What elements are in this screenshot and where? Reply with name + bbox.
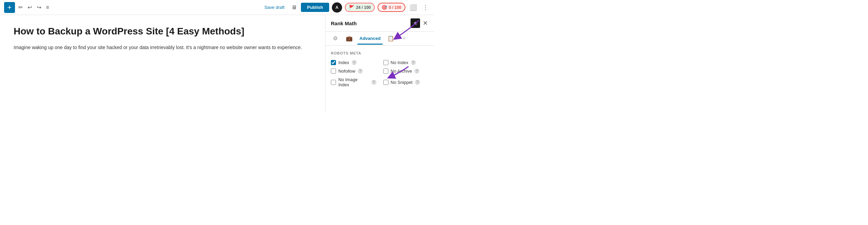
help-icon-index[interactable]: ? bbox=[352, 60, 357, 65]
edit-mode-button[interactable]: ✏ bbox=[17, 3, 24, 12]
post-title: How to Backup a WordPress Site [4 Easy M… bbox=[14, 25, 311, 38]
sidebar-content: ROBOTS META Index ? No Index ? bbox=[325, 46, 434, 112]
help-icon-no-archive[interactable]: ? bbox=[414, 69, 419, 74]
help-icon-no-snippet[interactable]: ? bbox=[415, 80, 420, 85]
checkbox-nofollow[interactable] bbox=[331, 69, 336, 74]
ai-score-badge[interactable]: 🎯 0 / 100 bbox=[377, 3, 405, 12]
seo-score-value: 24 / 100 bbox=[356, 5, 371, 10]
checkbox-no-snippet[interactable] bbox=[383, 80, 388, 85]
star-button[interactable]: ★ bbox=[411, 18, 420, 28]
label-nofollow[interactable]: Nofollow bbox=[338, 69, 355, 74]
checkbox-no-archive[interactable] bbox=[383, 69, 388, 74]
redo-button[interactable]: ↪ bbox=[35, 3, 43, 12]
tab-social[interactable]: ⑂ bbox=[399, 32, 409, 45]
publish-button[interactable]: Publish bbox=[301, 3, 329, 12]
main-layout: How to Backup a WordPress Site [4 Easy M… bbox=[0, 15, 434, 112]
list-view-button[interactable]: ≡ bbox=[45, 3, 50, 12]
sidebar-title: Rank Math bbox=[331, 20, 357, 26]
rank-math-sidebar: Rank Math ★ ✕ ⚙ 💼 Advanced 📋 ⑂ ROBOTS ME… bbox=[325, 15, 434, 112]
toolbar: + ✏ ↩ ↪ ≡ Save draft 🖥 Publish A 🚩 24 / … bbox=[0, 0, 434, 15]
robot-option-nofollow: Nofollow ? bbox=[331, 69, 376, 74]
more-options-button[interactable]: ⋮ bbox=[421, 2, 430, 13]
close-sidebar-button[interactable]: ✕ bbox=[422, 19, 429, 28]
astra-button[interactable]: A bbox=[332, 2, 342, 13]
label-index[interactable]: Index bbox=[338, 60, 349, 65]
checkbox-index[interactable] bbox=[331, 60, 336, 65]
label-no-snippet[interactable]: No Snippet bbox=[391, 80, 413, 85]
robot-option-index: Index ? bbox=[331, 60, 376, 65]
seo-score-badge[interactable]: 🚩 24 / 100 bbox=[345, 3, 375, 12]
post-body: Imagine waking up one day to find your s… bbox=[14, 44, 311, 52]
content-area: How to Backup a WordPress Site [4 Easy M… bbox=[0, 15, 325, 112]
robot-option-no-index: No Index ? bbox=[383, 60, 429, 65]
flag-icon: 🚩 bbox=[349, 5, 354, 10]
robot-option-no-snippet: No Snippet ? bbox=[383, 77, 429, 87]
ai-score-value: 0 / 100 bbox=[389, 5, 401, 10]
label-no-archive[interactable]: No Archive bbox=[391, 69, 412, 74]
preview-button[interactable]: 🖥 bbox=[290, 3, 298, 12]
add-block-button[interactable]: + bbox=[4, 2, 15, 13]
checkbox-no-image-index[interactable] bbox=[331, 80, 336, 85]
label-no-image-index[interactable]: No Image Index bbox=[338, 77, 369, 87]
toolbar-right: Save draft 🖥 Publish A 🚩 24 / 100 🎯 0 / … bbox=[262, 2, 430, 13]
robots-meta-grid: Index ? No Index ? Nofollow ? bbox=[331, 60, 429, 87]
undo-button[interactable]: ↩ bbox=[26, 3, 33, 12]
label-no-index[interactable]: No Index bbox=[391, 60, 408, 65]
robots-meta-label: ROBOTS META bbox=[331, 51, 429, 55]
tab-schema[interactable]: 📋 bbox=[384, 32, 398, 45]
sidebar-header-actions: ★ ✕ bbox=[411, 18, 429, 28]
checkbox-no-index[interactable] bbox=[383, 60, 388, 65]
sidebar-toggle-button[interactable]: ⬜ bbox=[408, 2, 418, 13]
sidebar-tabs: ⚙ 💼 Advanced 📋 ⑂ bbox=[325, 32, 434, 46]
robot-option-no-archive: No Archive ? bbox=[383, 69, 429, 74]
help-icon-nofollow[interactable]: ? bbox=[358, 69, 363, 74]
save-draft-button[interactable]: Save draft bbox=[262, 3, 287, 11]
tab-advanced[interactable]: Advanced bbox=[357, 32, 383, 45]
help-icon-no-image-index[interactable]: ? bbox=[371, 80, 376, 85]
tab-settings[interactable]: ⚙ bbox=[329, 32, 341, 45]
help-icon-no-index[interactable]: ? bbox=[411, 60, 416, 65]
robot-option-no-image-index: No Image Index ? bbox=[331, 77, 376, 87]
toolbar-left: + ✏ ↩ ↪ ≡ bbox=[4, 2, 259, 13]
tab-briefcase[interactable]: 💼 bbox=[342, 32, 356, 45]
ai-icon: 🎯 bbox=[382, 5, 387, 10]
sidebar-header: Rank Math ★ ✕ bbox=[325, 15, 434, 32]
